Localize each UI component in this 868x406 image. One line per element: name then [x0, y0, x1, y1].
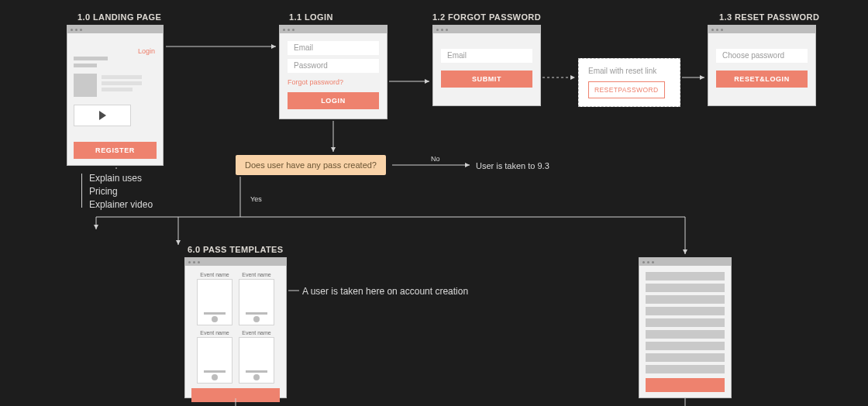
login-window: Email Password Forgot password? LOGIN	[279, 25, 388, 119]
password-field[interactable]: Password	[288, 59, 379, 73]
login-button[interactable]: LOGIN	[288, 92, 379, 109]
pass-card-label: Event name	[242, 330, 270, 335]
bullet-pricing: Pricing	[89, 185, 153, 198]
window-chrome	[708, 26, 815, 33]
reset-password-link[interactable]: RESETPASSWORD	[588, 81, 665, 98]
decision-yes-label: Yes	[250, 195, 262, 203]
section-title-forgot: 1.2 FORGOT PASSWORD	[432, 12, 541, 22]
section-title-login: 1.1 LOGIN	[289, 12, 333, 22]
section-title-templates: 6.0 PASS TEMPLATES	[188, 245, 284, 254]
pass-card-label: Event name	[200, 272, 229, 277]
bullet-explain-uses: Explain uses	[89, 172, 153, 185]
landing-bullets: Explain uses Pricing Explainer video	[89, 172, 153, 211]
window-chrome	[67, 26, 163, 33]
play-icon[interactable]	[74, 105, 131, 126]
section-title-reset: 1.3 RESET PASSWORD	[719, 12, 819, 22]
section-title-landing: 1.0 LANDING PAGE	[78, 12, 161, 22]
decision-pass-created: Does user have any pass created?	[236, 155, 386, 175]
templates-description: A user is taken here on account creation	[302, 285, 468, 298]
forgot-password-link[interactable]: Forgot password?	[288, 78, 343, 86]
register-button[interactable]: REGISTER	[74, 142, 157, 159]
list-item[interactable]	[646, 272, 725, 280]
list-item[interactable]	[646, 284, 725, 292]
pass-card-label: Event name	[200, 330, 229, 335]
window-chrome	[639, 258, 731, 266]
pass-templates-window: Event name Event name Event name Event n…	[184, 257, 287, 398]
pass-template-card[interactable]	[197, 337, 232, 384]
list-item[interactable]	[646, 342, 725, 350]
list-item[interactable]	[646, 330, 725, 339]
login-link[interactable]: Login	[138, 47, 155, 55]
forgot-password-window: Email SUBMIT	[432, 25, 541, 106]
list-item[interactable]	[646, 307, 725, 315]
templates-cta-button[interactable]	[191, 388, 280, 402]
pass-template-card[interactable]	[197, 279, 232, 325]
window-chrome	[280, 26, 387, 33]
reset-login-button[interactable]: RESET&LOGIN	[716, 71, 808, 88]
decision-no-result: User is taken to 9.3	[476, 160, 549, 172]
list-cta-button[interactable]	[646, 378, 725, 392]
reset-email-heading: Email with reset link	[588, 67, 670, 75]
pass-card-label: Event name	[242, 272, 270, 277]
reset-password-window: Choose password RESET&LOGIN	[708, 25, 816, 106]
landing-page-window: Login REGISTER	[67, 25, 164, 166]
list-window	[639, 257, 732, 398]
window-chrome	[433, 26, 540, 33]
list-item[interactable]	[646, 295, 725, 304]
reset-email-card: Email with reset link RESETPASSWORD	[578, 58, 680, 107]
forgot-email-field[interactable]: Email	[441, 49, 532, 63]
window-chrome	[185, 258, 286, 266]
list-item[interactable]	[646, 318, 725, 327]
list-item[interactable]	[646, 353, 725, 362]
forgot-submit-button[interactable]: SUBMIT	[441, 71, 532, 88]
list-item[interactable]	[646, 365, 725, 373]
pass-template-card[interactable]	[239, 337, 274, 384]
pass-template-card[interactable]	[239, 279, 274, 325]
email-field[interactable]: Email	[288, 41, 379, 55]
decision-no-label: No	[431, 155, 440, 163]
bullet-explainer-video: Explainer video	[89, 198, 153, 212]
choose-password-field[interactable]: Choose password	[716, 49, 808, 63]
